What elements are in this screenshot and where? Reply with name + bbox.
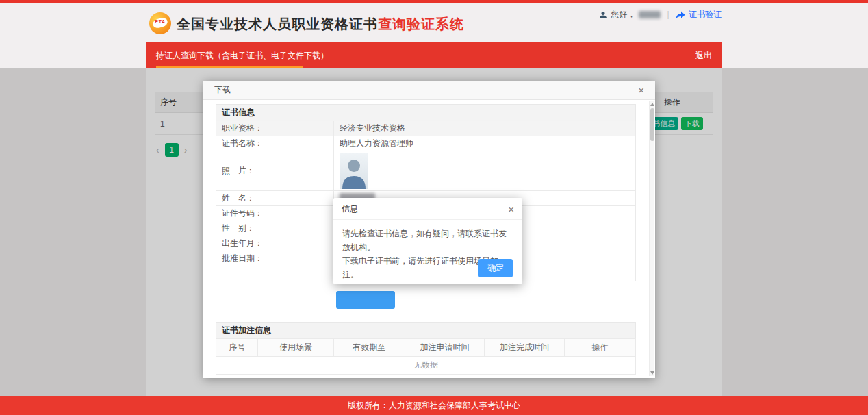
download-modal-close-icon[interactable]: ×	[638, 85, 644, 95]
no-data-cell: 无数据	[216, 357, 636, 375]
user-icon	[599, 11, 607, 19]
pta-logo-icon: PTA	[149, 12, 171, 34]
field-label: 姓 名：	[216, 191, 334, 206]
cert-info-section-title: 证书信息	[216, 104, 636, 121]
site-title-main: 全国专业技术人员职业资格证书	[177, 16, 378, 32]
page: { "header": { "logo_text": "PTA", "title…	[0, 0, 868, 415]
certificate-photo	[340, 153, 368, 189]
annotation-col-complete-time: 加注完成时间	[485, 339, 564, 357]
greeting-text: 您好，	[611, 9, 635, 21]
modal-scrollbar[interactable]	[649, 101, 654, 376]
field-label: 出生年月：	[216, 236, 334, 251]
annotation-col-apply-time: 加注申请时间	[405, 339, 484, 357]
tab-holder-query-download[interactable]: 持证人查询下载（含电子证书、电子文件下载）	[156, 42, 329, 68]
modal-action-row	[336, 291, 636, 311]
page-footer: 版权所有：人力资源和社会保障部人事考试中心	[0, 396, 868, 415]
field-value: 助理人力资源管理师	[334, 136, 636, 151]
info-modal-header: 信息 ×	[333, 198, 522, 220]
info-modal: 信息 × 请先检查证书信息，如有疑问，请联系证书发放机构。 下载电子证书前，请先…	[333, 198, 522, 284]
pta-logo-text: PTA	[149, 19, 171, 24]
field-value-photo	[334, 151, 636, 191]
info-modal-close-icon[interactable]: ×	[508, 204, 514, 214]
person-silhouette-icon	[340, 156, 368, 189]
info-modal-title: 信息	[342, 203, 358, 215]
field-row-cert-name: 证书名称： 助理人力资源管理师	[216, 136, 636, 151]
field-label: 批准日期：	[216, 251, 334, 266]
site-title: 全国专业技术人员职业资格证书查询验证系统	[177, 15, 464, 34]
site-header: PTA 全国专业技术人员职业资格证书查询验证系统 您好， ｜ 证书验证	[146, 3, 722, 42]
logout-button[interactable]: 退出	[695, 50, 712, 62]
annotation-col-scene: 使用场景	[258, 339, 333, 357]
download-modal-header: 下载 ×	[203, 81, 655, 100]
certificate-verify-link[interactable]: 证书验证	[689, 9, 722, 21]
user-bar: 您好， ｜ 证书验证	[599, 9, 722, 21]
annotation-col-action: 操作	[564, 339, 635, 357]
field-value: 经济专业技术资格	[334, 121, 636, 136]
annotation-empty-row: 无数据	[216, 357, 636, 375]
annotation-section-title: 证书加注信息	[216, 322, 636, 338]
field-label: 照 片：	[216, 151, 334, 191]
scrollbar-thumb[interactable]	[650, 108, 654, 141]
annotation-table: 序号 使用场景 有效期至 加注申请时间 加注完成时间 操作 无数据	[216, 338, 636, 375]
annotation-col-valid-until: 有效期至	[333, 339, 405, 357]
field-row-photo: 照 片：	[216, 151, 636, 191]
site-title-accent: 查询验证系统	[378, 16, 464, 32]
info-modal-footer: 确定	[478, 259, 513, 277]
field-label: 证书名称：	[216, 136, 334, 151]
scroll-up-icon[interactable]	[650, 103, 654, 106]
field-label: 性 别：	[216, 221, 334, 236]
nav-tab-label: 持证人查询下载（含电子证书、电子文件下载）	[156, 50, 329, 62]
field-label: 证件号码：	[216, 206, 334, 221]
userbar-separator: ｜	[664, 9, 672, 21]
annotation-header-row: 序号 使用场景 有效期至 加注申请时间 加注完成时间 操作	[216, 339, 636, 357]
redacted-user-name	[639, 11, 661, 18]
field-row-qualification: 职业资格： 经济专业技术资格	[216, 121, 636, 136]
scroll-down-icon[interactable]	[650, 371, 654, 375]
confirm-button[interactable]: 确定	[478, 259, 513, 277]
download-modal-title: 下载	[214, 84, 231, 96]
annotation-col-index: 序号	[216, 339, 258, 357]
annotation-apply-button[interactable]	[336, 291, 395, 309]
forward-arrow-icon	[676, 11, 685, 19]
info-message-line1: 请先检查证书信息，如有疑问，请联系证书发放机构。	[342, 227, 513, 254]
copyright-text: 版权所有：人力资源和社会保障部人事考试中心	[348, 401, 520, 410]
main-nav: 持证人查询下载（含电子证书、电子文件下载） 退出	[146, 42, 722, 68]
field-label: 职业资格：	[216, 121, 334, 136]
